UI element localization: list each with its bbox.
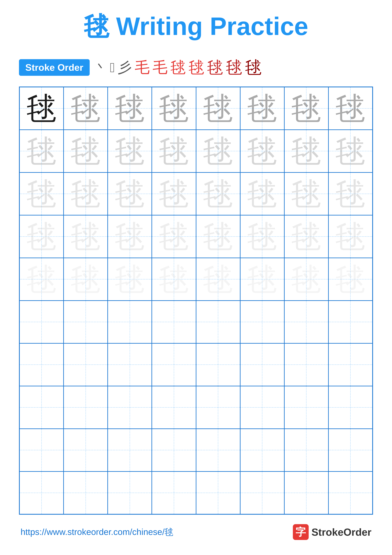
grid-cell[interactable] bbox=[64, 386, 108, 429]
grid-cell[interactable] bbox=[108, 429, 152, 471]
grid-cell[interactable]: 毬 bbox=[108, 87, 152, 130]
grid-cell[interactable]: 毬 bbox=[108, 215, 152, 258]
grid-cell[interactable]: 毬 bbox=[64, 172, 108, 215]
grid-cell[interactable] bbox=[196, 386, 240, 429]
stroke-3: 彡 bbox=[118, 58, 132, 77]
grid-cell[interactable]: 毬 bbox=[284, 172, 328, 215]
grid-cell[interactable]: 毬 bbox=[240, 87, 284, 130]
grid-cell[interactable] bbox=[284, 429, 328, 471]
grid-cell[interactable] bbox=[64, 343, 108, 386]
grid-cell[interactable] bbox=[152, 301, 196, 343]
grid-cell[interactable]: 毬 bbox=[152, 215, 196, 258]
grid-cell[interactable] bbox=[240, 471, 284, 514]
stroke-7: 毬 bbox=[189, 57, 204, 78]
practice-char: 毬 bbox=[247, 136, 277, 166]
grid-cell[interactable] bbox=[196, 471, 240, 514]
stroke-10: 毬 bbox=[245, 56, 262, 79]
grid-cell[interactable]: 毬 bbox=[152, 258, 196, 301]
brand-icon: 字 bbox=[293, 524, 309, 540]
grid-cell[interactable] bbox=[196, 429, 240, 471]
grid-cell[interactable] bbox=[240, 301, 284, 343]
grid-cell[interactable]: 毬 bbox=[284, 215, 328, 258]
grid-cell[interactable] bbox=[108, 343, 152, 386]
stroke-6: 毬 bbox=[171, 57, 186, 78]
grid-cell[interactable]: 毬 bbox=[108, 258, 152, 301]
grid-cell[interactable]: 毬 bbox=[152, 130, 196, 172]
stroke-9: 毬 bbox=[226, 57, 242, 79]
grid-cell[interactable]: 毬 bbox=[64, 130, 108, 172]
grid-cell[interactable]: 毬 bbox=[152, 87, 196, 130]
grid-cell[interactable]: 毬 bbox=[108, 130, 152, 172]
grid-cell[interactable]: 毬 bbox=[284, 130, 328, 172]
grid-cell[interactable] bbox=[328, 386, 372, 429]
grid-cell[interactable]: 毬 bbox=[152, 172, 196, 215]
grid-cell[interactable] bbox=[240, 343, 284, 386]
practice-grid[interactable]: 毬 毬 毬 毬 毬 毬 毬 毬 毬 毬 毬 bbox=[19, 87, 373, 515]
grid-cell[interactable] bbox=[108, 301, 152, 343]
grid-cell[interactable]: 毬 bbox=[240, 172, 284, 215]
grid-cell[interactable] bbox=[64, 429, 108, 471]
grid-cell[interactable]: 毬 bbox=[108, 172, 152, 215]
grid-cell[interactable] bbox=[152, 343, 196, 386]
grid-cell[interactable] bbox=[284, 301, 328, 343]
grid-cell[interactable] bbox=[328, 343, 372, 386]
practice-char: 毬 bbox=[335, 136, 365, 166]
stroke-8: 毬 bbox=[207, 57, 223, 78]
grid-cell[interactable]: 毬 bbox=[64, 258, 108, 301]
grid-cell[interactable] bbox=[328, 429, 372, 471]
grid-cell[interactable]: 毬 bbox=[64, 87, 108, 130]
footer-url[interactable]: https://www.strokeorder.com/chinese/毬 bbox=[21, 526, 173, 538]
practice-char: 毬 bbox=[115, 221, 145, 252]
grid-cell[interactable] bbox=[108, 471, 152, 514]
grid-cell[interactable] bbox=[152, 429, 196, 471]
grid-cell[interactable] bbox=[328, 471, 372, 514]
grid-cell[interactable]: 毬 bbox=[328, 87, 372, 130]
grid-cell[interactable]: 毬 bbox=[64, 215, 108, 258]
grid-cell[interactable]: 毬 bbox=[328, 258, 372, 301]
title-text: Writing Practice bbox=[109, 12, 308, 40]
grid-cell[interactable]: 毬 bbox=[240, 258, 284, 301]
stroke-order-row: Stroke Order 丶 𠃌 彡 毛 毛 毬 毬 毬 毬 毬 bbox=[19, 56, 373, 79]
grid-cell[interactable] bbox=[20, 301, 64, 343]
grid-cell[interactable]: 毬 bbox=[240, 130, 284, 172]
grid-cell[interactable]: 毬 bbox=[196, 258, 240, 301]
grid-cell[interactable]: 毬 bbox=[20, 215, 64, 258]
grid-cell[interactable]: 毬 bbox=[240, 215, 284, 258]
grid-cell[interactable] bbox=[284, 343, 328, 386]
grid-cell[interactable]: 毬 bbox=[284, 258, 328, 301]
grid-cell[interactable] bbox=[64, 301, 108, 343]
grid-cell[interactable] bbox=[20, 429, 64, 471]
grid-cell[interactable]: 毬 bbox=[20, 172, 64, 215]
grid-cell[interactable]: 毬 bbox=[196, 87, 240, 130]
practice-char: 毬 bbox=[159, 93, 189, 124]
grid-cell[interactable] bbox=[64, 471, 108, 514]
practice-char: 毬 bbox=[27, 221, 57, 252]
grid-cell[interactable] bbox=[284, 386, 328, 429]
practice-char: 毬 bbox=[159, 221, 189, 252]
grid-cell[interactable] bbox=[196, 343, 240, 386]
grid-cell[interactable]: 毬 bbox=[20, 258, 64, 301]
grid-cell[interactable]: 毬 bbox=[20, 130, 64, 172]
grid-cell[interactable]: 毬 bbox=[196, 172, 240, 215]
grid-cell[interactable] bbox=[108, 386, 152, 429]
grid-cell[interactable] bbox=[20, 343, 64, 386]
grid-cell[interactable]: 毬 bbox=[328, 172, 372, 215]
grid-cell[interactable] bbox=[284, 471, 328, 514]
practice-char: 毬 bbox=[71, 93, 101, 124]
grid-cell[interactable] bbox=[328, 301, 372, 343]
grid-cell[interactable] bbox=[152, 386, 196, 429]
grid-cell[interactable] bbox=[196, 301, 240, 343]
grid-cell[interactable] bbox=[152, 471, 196, 514]
grid-cell[interactable]: 毬 bbox=[20, 87, 64, 130]
grid-cell[interactable] bbox=[20, 386, 64, 429]
footer-brand: 字 StrokeOrder bbox=[293, 524, 371, 540]
grid-cell[interactable]: 毬 bbox=[284, 87, 328, 130]
grid-cell[interactable] bbox=[240, 429, 284, 471]
grid-cell[interactable]: 毬 bbox=[328, 130, 372, 172]
practice-char: 毬 bbox=[203, 136, 233, 166]
grid-cell[interactable] bbox=[240, 386, 284, 429]
grid-cell[interactable]: 毬 bbox=[196, 215, 240, 258]
grid-cell[interactable] bbox=[20, 471, 64, 514]
grid-cell[interactable]: 毬 bbox=[328, 215, 372, 258]
grid-cell[interactable]: 毬 bbox=[196, 130, 240, 172]
